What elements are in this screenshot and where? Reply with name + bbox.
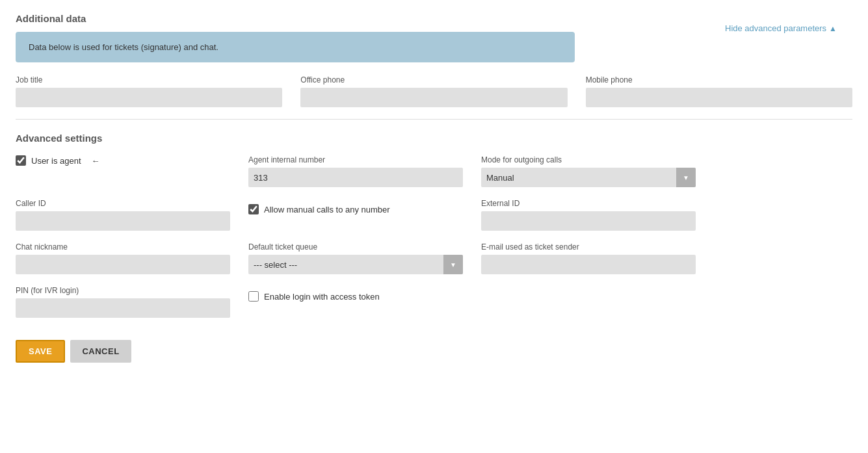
office-phone-input[interactable]	[300, 88, 567, 107]
advanced-settings-title: Advanced settings	[16, 133, 852, 144]
default-ticket-queue-select[interactable]: --- select ---	[248, 255, 463, 274]
chat-nickname-input[interactable]	[16, 255, 230, 274]
hide-advanced-label: Hide advanced parameters	[725, 23, 826, 33]
pin-ivr-input[interactable]	[16, 298, 230, 318]
external-id-input[interactable]	[481, 211, 696, 231]
caller-id-label: Caller ID	[16, 199, 230, 208]
office-phone-label: Office phone	[300, 75, 567, 84]
pin-ivr-label: PIN (for IVR login)	[16, 286, 230, 295]
hide-advanced-link[interactable]: Hide advanced parameters ▲	[725, 23, 837, 33]
chevron-up-icon: ▲	[829, 24, 837, 33]
mobile-phone-label: Mobile phone	[586, 75, 852, 84]
default-ticket-queue-wrapper: --- select ---	[248, 255, 463, 274]
mobile-phone-group: Mobile phone	[586, 75, 852, 107]
enable-login-token-label: Enable login with access token	[264, 292, 380, 302]
chat-nickname-label: Chat nickname	[16, 242, 230, 252]
divider	[16, 119, 852, 120]
job-title-group: Job title	[16, 75, 282, 107]
advanced-settings-grid: User is agent ← Agent internal number Mo…	[16, 155, 852, 330]
info-box: Data below is used for tickets (signatur…	[16, 32, 575, 62]
agent-internal-number-cell: Agent internal number	[248, 155, 463, 187]
enable-login-token-cell: Enable login with access token	[248, 286, 463, 318]
button-row: SAVE CANCEL	[16, 335, 852, 363]
cancel-button[interactable]: CANCEL	[70, 340, 131, 363]
enable-login-token-row: Enable login with access token	[248, 291, 463, 302]
mode-outgoing-calls-cell: Mode for outgoing calls Manual Auto Prev…	[481, 155, 696, 187]
user-is-agent-label: User is agent	[31, 156, 81, 166]
allow-manual-calls-row: Allow manual calls to any number	[248, 204, 463, 214]
email-ticket-sender-cell: E-mail used as ticket sender	[481, 242, 696, 274]
default-ticket-queue-cell: Default ticket queue --- select ---	[248, 242, 463, 274]
user-is-agent-cell: User is agent ←	[16, 155, 230, 187]
empty-cell	[481, 286, 696, 318]
caller-id-input[interactable]	[16, 211, 230, 231]
additional-data-fields: Job title Office phone Mobile phone	[16, 75, 852, 107]
arrow-indicator: ←	[92, 156, 100, 166]
chat-nickname-cell: Chat nickname	[16, 242, 230, 274]
info-box-text: Data below is used for tickets (signatur…	[29, 42, 218, 52]
allow-manual-calls-cell: Allow manual calls to any number	[248, 199, 463, 231]
email-ticket-sender-input[interactable]	[481, 255, 696, 274]
office-phone-group: Office phone	[300, 75, 567, 107]
mobile-phone-input[interactable]	[586, 88, 852, 107]
user-is-agent-row: User is agent ←	[16, 155, 230, 166]
email-ticket-sender-label: E-mail used as ticket sender	[481, 242, 696, 252]
caller-id-cell: Caller ID	[16, 199, 230, 231]
user-is-agent-checkbox[interactable]	[16, 155, 26, 166]
external-id-label: External ID	[481, 199, 696, 208]
job-title-input[interactable]	[16, 88, 282, 107]
job-title-label: Job title	[16, 75, 282, 84]
save-button[interactable]: SAVE	[16, 340, 65, 363]
agent-internal-number-label: Agent internal number	[248, 155, 463, 164]
mode-outgoing-calls-select[interactable]: Manual Auto Preview	[481, 168, 696, 187]
allow-manual-calls-label: Allow manual calls to any number	[264, 205, 390, 214]
external-id-cell: External ID	[481, 199, 696, 231]
enable-login-token-checkbox[interactable]	[248, 291, 259, 302]
default-ticket-queue-label: Default ticket queue	[248, 242, 463, 252]
allow-manual-calls-checkbox[interactable]	[248, 204, 259, 214]
mode-outgoing-calls-wrapper: Manual Auto Preview	[481, 168, 696, 187]
mode-outgoing-calls-label: Mode for outgoing calls	[481, 155, 696, 164]
additional-data-title: Additional data	[16, 13, 852, 24]
pin-ivr-cell: PIN (for IVR login)	[16, 286, 230, 318]
agent-internal-number-input[interactable]	[248, 168, 463, 187]
